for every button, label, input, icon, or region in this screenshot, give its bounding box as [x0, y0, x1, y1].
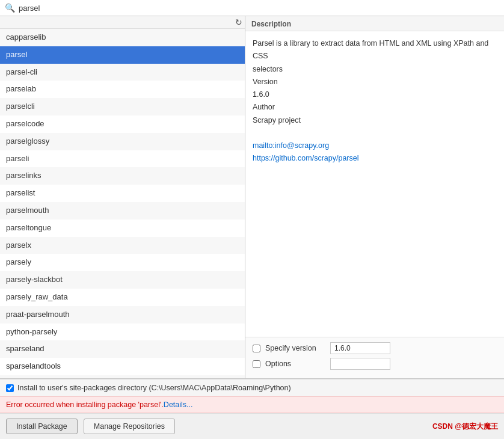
main-content: ↻ capparselibparselparsel-cliparselabpar…	[0, 16, 504, 378]
desc-line1: Parsel is a library to extract data from…	[253, 39, 488, 60]
desc-author-value: Scrapy project	[253, 116, 301, 124]
watermark: CSDN @德宏大魔王	[432, 422, 498, 432]
list-item[interactable]: parselab	[0, 81, 245, 98]
options-input[interactable]	[330, 358, 390, 370]
specify-version-label: Specify version	[265, 344, 325, 352]
manage-repositories-button[interactable]: Manage Repositories	[84, 419, 175, 434]
list-item[interactable]: sparseland	[0, 340, 245, 358]
search-input[interactable]	[19, 4, 499, 13]
list-item[interactable]: praat-parselmouth	[0, 306, 245, 324]
list-item[interactable]: parsely_raw_data	[0, 289, 245, 306]
desc-line2: selectors	[253, 65, 283, 73]
list-item[interactable]: parselinks	[0, 167, 245, 185]
install-user-site-label: Install to user's site-packages director…	[17, 384, 291, 392]
error-message: Error occurred when installing package '…	[6, 401, 164, 409]
action-row: Install Package Manage Repositories CSDN…	[0, 413, 504, 439]
specify-version-input[interactable]	[330, 342, 390, 354]
list-item[interactable]: parselx	[0, 237, 245, 254]
search-icon: 🔍	[5, 3, 15, 13]
list-item[interactable]: parsel	[0, 46, 245, 64]
list-item[interactable]: parsel-cli	[0, 64, 245, 81]
list-item[interactable]: capparselib	[0, 29, 245, 46]
desc-link1[interactable]: mailto:info@scrapy.org	[253, 140, 497, 152]
description-body: Parsel is a library to extract data from…	[245, 31, 504, 337]
list-item[interactable]: parsely	[0, 254, 245, 271]
list-header: ↻	[0, 16, 245, 29]
options-row: Options	[253, 358, 497, 370]
options-area: Specify version Options	[245, 337, 504, 378]
refresh-icon[interactable]: ↻	[235, 17, 242, 27]
list-item[interactable]: parsely-slackbot	[0, 271, 245, 289]
install-package-button[interactable]: Install Package	[6, 419, 78, 434]
desc-link2[interactable]: https://github.com/scrapy/parsel	[253, 152, 497, 165]
specify-version-checkbox[interactable]	[253, 345, 260, 352]
options-label: Options	[265, 360, 325, 368]
list-item[interactable]: parselcode	[0, 115, 245, 133]
description-header: Description	[245, 16, 504, 31]
package-list: ↻ capparselibparselparsel-cliparselabpar…	[0, 16, 245, 378]
desc-version-value: 1.6.0	[253, 90, 269, 99]
desc-version-label: Version	[253, 78, 278, 86]
list-item[interactable]: python-parsely	[0, 324, 245, 341]
list-item[interactable]: parselglossy	[0, 133, 245, 150]
desc-author-label: Author	[253, 103, 275, 111]
list-item[interactable]: sparselandtools	[0, 358, 245, 375]
package-items-container: capparselibparselparsel-cliparselabparse…	[0, 29, 245, 378]
specify-version-row: Specify version	[253, 342, 497, 354]
list-item[interactable]: parselist	[0, 185, 245, 202]
error-row: Error occurred when installing package '…	[0, 396, 504, 413]
install-checkbox-row: Install to user's site-packages director…	[0, 379, 504, 396]
search-bar: 🔍	[0, 0, 504, 16]
list-item[interactable]: parselmouth	[0, 202, 245, 220]
details-link[interactable]: Details...	[164, 401, 193, 409]
list-item[interactable]: parseli	[0, 150, 245, 168]
description-panel: Description Parsel is a library to extra…	[245, 16, 504, 378]
bottom-section: Install to user's site-packages director…	[0, 378, 504, 439]
options-checkbox[interactable]	[253, 360, 260, 368]
list-item[interactable]: parselcli	[0, 98, 245, 115]
install-user-site-checkbox[interactable]	[6, 384, 14, 392]
list-item[interactable]: parseltongue	[0, 220, 245, 237]
